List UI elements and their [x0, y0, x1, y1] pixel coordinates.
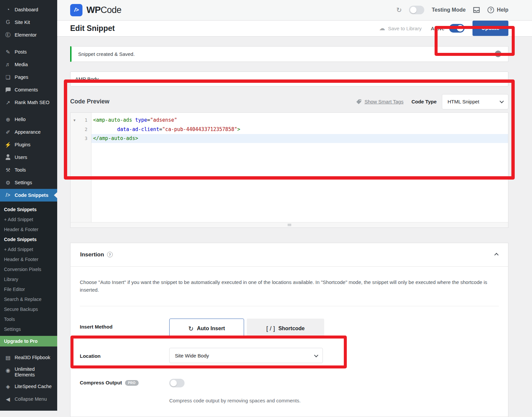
submenu-item-code-snippets[interactable]: Code Snippets — [0, 205, 57, 214]
compress-output-description: Compress code output by removing spaces … — [169, 398, 301, 403]
submenu-item-add-snippet[interactable]: + Add Snippet — [0, 244, 57, 254]
location-select[interactable]: Site Wide Body — [169, 348, 323, 363]
insert-method-row: Insert Method ↻ Auto Insert [ / ] Shortc… — [80, 319, 499, 339]
submenu-item-tools[interactable]: Tools — [0, 314, 57, 324]
code-token: "ca-pub-4404433712357858" — [162, 126, 237, 132]
sidebar-item-settings[interactable]: ⚙Settings — [0, 176, 57, 189]
litespeed-icon: ◈ — [4, 383, 12, 390]
toggle-knob — [410, 7, 417, 13]
plug-icon: ⚡ — [4, 141, 12, 148]
sidebar-item-media[interactable]: ♬Media — [0, 58, 57, 71]
chevron-up-icon[interactable] — [494, 253, 499, 257]
submenu-item-upgrade-to-pro[interactable]: Upgrade to Pro — [0, 336, 57, 347]
sync-icon[interactable]: ↻ — [396, 6, 402, 14]
testing-mode-label: Testing Mode — [432, 7, 466, 13]
sidebar-item-rank-math-seo[interactable]: ↗Rank Math SEO — [0, 96, 57, 109]
sidebar-item-collapse-menu[interactable]: ◀Collapse Menu — [0, 393, 57, 405]
submenu-item-search-replace[interactable]: Search & Replace — [0, 294, 57, 304]
close-icon[interactable]: × — [495, 51, 501, 57]
wordpress-admin: ◔DashboardGSite KitⒺElementor✎Posts♬Medi… — [0, 0, 532, 417]
sidebar-item-label: Unlimited Elements — [15, 366, 55, 377]
sidebar-item-label: Plugins — [15, 142, 31, 148]
menu-separator — [0, 109, 57, 113]
compress-output-toggle[interactable] — [169, 379, 185, 387]
admin-sidebar: ◔DashboardGSite KitⒺElementor✎Posts♬Medi… — [0, 0, 57, 411]
code-token: </amp-auto-ads> — [93, 135, 138, 141]
sidebar-item-comments[interactable]: Comments — [0, 83, 57, 96]
code-token — [132, 117, 135, 123]
line-number: 1 — [85, 117, 87, 123]
snippet-title-input[interactable] — [70, 71, 508, 86]
sidebar-item-dashboard[interactable]: ◔Dashboard — [0, 3, 57, 16]
insertion-body: Choose "Auto Insert" if you want the sni… — [70, 267, 508, 417]
menu-separator — [0, 41, 57, 46]
sidebar-item-hello[interactable]: ⊕Hello — [0, 113, 57, 126]
sidebar-item-site-kit[interactable]: GSite Kit — [0, 16, 57, 29]
inbox-tray-icon[interactable] — [473, 7, 480, 13]
gutter-line-number: 3 — [70, 134, 91, 143]
testing-mode-toggle[interactable] — [409, 6, 424, 14]
unlimited-elements-icon: ◉ — [4, 367, 12, 373]
sidebar-footer-menu: ▤Real3D Flipbook◉Unlimited Elements◈Lite… — [0, 347, 57, 405]
submenu-item-header-footer[interactable]: Header & Footer — [0, 224, 57, 234]
sidebar-item-label: Users — [15, 155, 27, 160]
active-toggle[interactable] — [449, 24, 465, 33]
book-icon: ▤ — [4, 354, 12, 361]
editor-code-area[interactable]: <amp-auto-ads type="adsense" data-ad-cli… — [91, 113, 508, 222]
active-label: Active — [431, 26, 445, 31]
sidebar-item-users[interactable]: Users — [0, 151, 57, 164]
sidebar-item-appearance[interactable]: ✐Appearance — [0, 126, 57, 138]
fold-arrow-icon[interactable]: ▼ — [73, 118, 75, 122]
shortcode-button[interactable]: [ / ] Shortcode — [247, 319, 324, 339]
submenu-item-file-editor[interactable]: File Editor — [0, 284, 57, 294]
pages-icon: ❏ — [4, 74, 12, 80]
page-header: Edit Snippet ☁ Save to Library Active Up… — [57, 21, 532, 37]
sidebar-item-label: Hello — [15, 117, 26, 122]
comment-bubble-icon — [4, 86, 12, 93]
help-button[interactable]: ? Help — [487, 7, 508, 13]
sidebar-item-elementor[interactable]: ⒺElementor — [0, 29, 57, 41]
sidebar-item-label: Pages — [15, 74, 28, 80]
chart-arrow-icon: ↗ — [4, 99, 12, 106]
refresh-icon: ↻ — [188, 325, 194, 333]
show-smart-tags-link[interactable]: Show Smart Tags — [356, 99, 403, 105]
submenu-item-settings[interactable]: Settings — [0, 324, 57, 334]
help-circle-icon[interactable]: ? — [107, 252, 113, 257]
shortcode-label: Shortcode — [278, 326, 305, 332]
sidebar-main-menu: ◔DashboardGSite KitⒺElementor✎Posts♬Medi… — [0, 0, 57, 202]
sidebar-item-real3d-flipbook[interactable]: ▤Real3D Flipbook — [0, 351, 57, 364]
code-preview-controls: Show Smart Tags Code Type HTML Snippet — [356, 94, 508, 109]
submenu-item-conversion-pixels[interactable]: Conversion Pixels — [0, 264, 57, 274]
pushpin-icon: ✎ — [4, 49, 12, 55]
editor-resize-handle[interactable] — [70, 222, 508, 228]
sidebar-item-label: Appearance — [15, 129, 41, 135]
submenu-item-add-snippet[interactable]: + Add Snippet — [0, 214, 57, 224]
sidebar-item-tools[interactable]: ⚒Tools — [0, 164, 57, 176]
code-icon: /> — [4, 192, 12, 199]
submenu-item-library[interactable]: Library — [0, 274, 57, 284]
sidebar-item-litespeed-cache[interactable]: ◈LiteSpeed Cache — [0, 380, 57, 393]
chevron-down-icon — [500, 99, 504, 103]
save-to-library-button[interactable]: ☁ Save to Library — [379, 25, 422, 32]
location-label: Location — [80, 348, 169, 363]
compress-output-control: Compress code output by removing spaces … — [169, 379, 301, 403]
line-number: 3 — [85, 136, 87, 141]
sidebar-item-pages[interactable]: ❏Pages — [0, 71, 57, 83]
sidebar-item-unlimited-elements[interactable]: ◉Unlimited Elements — [0, 364, 57, 380]
code-type-select[interactable]: HTML Snippet — [442, 94, 508, 109]
auto-insert-button[interactable]: ↻ Auto Insert — [169, 319, 244, 339]
submenu-item-code-snippets[interactable]: Code Snippets — [0, 234, 57, 244]
sidebar-item-posts[interactable]: ✎Posts — [0, 46, 57, 58]
submenu-item-header-footer[interactable]: Header & Footer — [0, 254, 57, 264]
code-token: type — [135, 117, 147, 123]
help-label: Help — [497, 7, 508, 13]
wpcode-topbar: /> WPCode ↻ Testing Mode ? Help — [57, 0, 532, 21]
sidebar-item-code-snippets[interactable]: />Code Snippets — [0, 189, 57, 202]
update-button[interactable]: Update — [472, 21, 508, 36]
submenu-item-secure-backups[interactable]: Secure Backups — [0, 304, 57, 314]
insertion-title: Insertion — [80, 251, 104, 258]
chevron-down-icon — [314, 353, 319, 357]
gutter-line-number: 2 — [70, 125, 91, 134]
insertion-header[interactable]: Insertion ? — [70, 243, 508, 267]
sidebar-item-plugins[interactable]: ⚡Plugins — [0, 138, 57, 151]
